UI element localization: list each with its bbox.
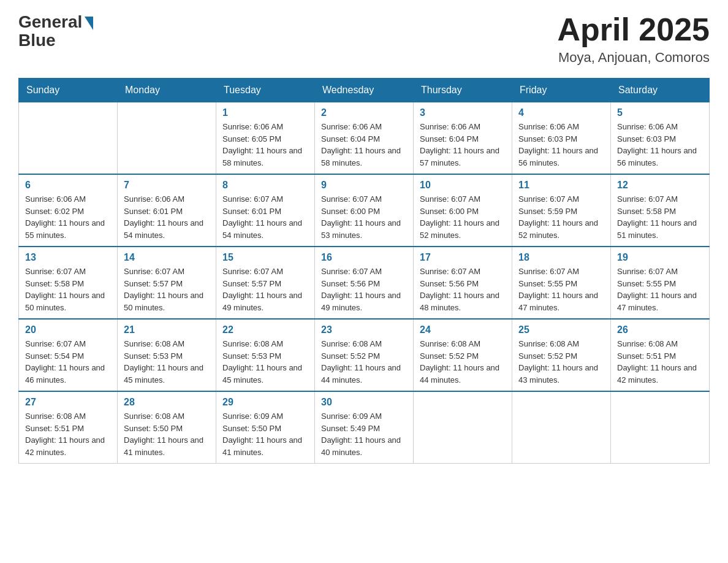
day-number: 21: [124, 324, 210, 335]
day-number: 16: [321, 252, 407, 263]
table-row: 28Sunrise: 6:08 AMSunset: 5:50 PMDayligh…: [118, 391, 216, 464]
table-row: 21Sunrise: 6:08 AMSunset: 5:53 PMDayligh…: [118, 319, 216, 391]
table-row: [611, 391, 710, 464]
table-row: 15Sunrise: 6:07 AMSunset: 5:57 PMDayligh…: [216, 247, 315, 319]
day-info: Sunrise: 6:09 AMSunset: 5:50 PMDaylight:…: [222, 410, 308, 458]
day-info: Sunrise: 6:07 AMSunset: 6:00 PMDaylight:…: [420, 193, 506, 241]
day-info: Sunrise: 6:08 AMSunset: 5:51 PMDaylight:…: [25, 410, 111, 458]
day-info: Sunrise: 6:07 AMSunset: 6:00 PMDaylight:…: [321, 193, 407, 241]
day-info: Sunrise: 6:07 AMSunset: 6:01 PMDaylight:…: [222, 193, 308, 241]
table-row: 29Sunrise: 6:09 AMSunset: 5:50 PMDayligh…: [216, 391, 315, 464]
table-row: 11Sunrise: 6:07 AMSunset: 5:59 PMDayligh…: [512, 174, 611, 247]
day-info: Sunrise: 6:08 AMSunset: 5:53 PMDaylight:…: [222, 338, 308, 386]
day-info: Sunrise: 6:06 AMSunset: 6:04 PMDaylight:…: [420, 121, 506, 169]
day-info: Sunrise: 6:07 AMSunset: 5:54 PMDaylight:…: [25, 338, 111, 386]
header-wednesday: Wednesday: [315, 79, 414, 102]
calendar-week-row: 20Sunrise: 6:07 AMSunset: 5:54 PMDayligh…: [19, 319, 710, 391]
table-row: 16Sunrise: 6:07 AMSunset: 5:56 PMDayligh…: [315, 247, 414, 319]
day-number: 15: [222, 252, 308, 263]
table-row: 14Sunrise: 6:07 AMSunset: 5:57 PMDayligh…: [118, 247, 216, 319]
header-saturday: Saturday: [611, 79, 710, 102]
day-info: Sunrise: 6:07 AMSunset: 5:57 PMDaylight:…: [124, 266, 210, 313]
day-number: 20: [25, 324, 111, 335]
table-row: [118, 102, 216, 175]
day-number: 23: [321, 324, 407, 335]
day-info: Sunrise: 6:07 AMSunset: 5:59 PMDaylight:…: [518, 193, 604, 241]
day-number: 8: [222, 180, 308, 191]
title-block: April 2025 Moya, Anjouan, Comoros: [557, 12, 710, 66]
header-friday: Friday: [512, 79, 611, 102]
day-info: Sunrise: 6:06 AMSunset: 6:04 PMDaylight:…: [321, 121, 407, 169]
table-row: 23Sunrise: 6:08 AMSunset: 5:52 PMDayligh…: [315, 319, 414, 391]
day-info: Sunrise: 6:07 AMSunset: 5:55 PMDaylight:…: [617, 266, 703, 313]
day-number: 19: [617, 252, 703, 263]
table-row: 22Sunrise: 6:08 AMSunset: 5:53 PMDayligh…: [216, 319, 315, 391]
calendar-week-row: 1Sunrise: 6:06 AMSunset: 6:05 PMDaylight…: [19, 102, 710, 175]
day-info: Sunrise: 6:08 AMSunset: 5:52 PMDaylight:…: [420, 338, 506, 386]
day-info: Sunrise: 6:07 AMSunset: 5:55 PMDaylight:…: [518, 266, 604, 313]
day-number: 10: [420, 180, 506, 191]
day-number: 11: [518, 180, 604, 191]
day-number: 27: [25, 397, 111, 408]
table-row: 17Sunrise: 6:07 AMSunset: 5:56 PMDayligh…: [414, 247, 512, 319]
calendar-table: Sunday Monday Tuesday Wednesday Thursday…: [18, 78, 710, 464]
day-info: Sunrise: 6:08 AMSunset: 5:50 PMDaylight:…: [124, 410, 210, 458]
day-info: Sunrise: 6:06 AMSunset: 6:01 PMDaylight:…: [124, 193, 210, 241]
header-sunday: Sunday: [19, 79, 118, 102]
calendar-week-row: 27Sunrise: 6:08 AMSunset: 5:51 PMDayligh…: [19, 391, 710, 464]
location-title: Moya, Anjouan, Comoros: [557, 50, 710, 66]
table-row: [19, 102, 118, 175]
table-row: 4Sunrise: 6:06 AMSunset: 6:03 PMDaylight…: [512, 102, 611, 175]
day-info: Sunrise: 6:06 AMSunset: 6:05 PMDaylight:…: [222, 121, 308, 169]
header-tuesday: Tuesday: [216, 79, 315, 102]
table-row: 18Sunrise: 6:07 AMSunset: 5:55 PMDayligh…: [512, 247, 611, 319]
table-row: 2Sunrise: 6:06 AMSunset: 6:04 PMDaylight…: [315, 102, 414, 175]
logo: General Blue: [18, 12, 93, 50]
day-info: Sunrise: 6:08 AMSunset: 5:53 PMDaylight:…: [124, 338, 210, 386]
day-info: Sunrise: 6:06 AMSunset: 6:02 PMDaylight:…: [25, 193, 111, 241]
day-info: Sunrise: 6:07 AMSunset: 5:56 PMDaylight:…: [420, 266, 506, 313]
table-row: [414, 391, 512, 464]
day-number: 13: [25, 252, 111, 263]
table-row: 26Sunrise: 6:08 AMSunset: 5:51 PMDayligh…: [611, 319, 710, 391]
day-number: 7: [124, 180, 210, 191]
day-number: 30: [321, 397, 407, 408]
day-info: Sunrise: 6:08 AMSunset: 5:52 PMDaylight:…: [518, 338, 604, 386]
table-row: 3Sunrise: 6:06 AMSunset: 6:04 PMDaylight…: [414, 102, 512, 175]
page-header: General Blue April 2025 Moya, Anjouan, C…: [18, 12, 710, 66]
table-row: 5Sunrise: 6:06 AMSunset: 6:03 PMDaylight…: [611, 102, 710, 175]
day-number: 5: [617, 107, 703, 118]
table-row: 6Sunrise: 6:06 AMSunset: 6:02 PMDaylight…: [19, 174, 118, 247]
day-info: Sunrise: 6:07 AMSunset: 5:58 PMDaylight:…: [617, 193, 703, 241]
logo-blue-label: Blue: [18, 31, 56, 50]
day-number: 24: [420, 324, 506, 335]
calendar-week-row: 13Sunrise: 6:07 AMSunset: 5:58 PMDayligh…: [19, 247, 710, 319]
day-number: 1: [222, 107, 308, 118]
table-row: 1Sunrise: 6:06 AMSunset: 6:05 PMDaylight…: [216, 102, 315, 175]
table-row: 27Sunrise: 6:08 AMSunset: 5:51 PMDayligh…: [19, 391, 118, 464]
table-row: 10Sunrise: 6:07 AMSunset: 6:00 PMDayligh…: [414, 174, 512, 247]
header-thursday: Thursday: [414, 79, 512, 102]
table-row: 13Sunrise: 6:07 AMSunset: 5:58 PMDayligh…: [19, 247, 118, 319]
weekday-header-row: Sunday Monday Tuesday Wednesday Thursday…: [19, 79, 710, 102]
day-info: Sunrise: 6:08 AMSunset: 5:52 PMDaylight:…: [321, 338, 407, 386]
day-number: 2: [321, 107, 407, 118]
table-row: 8Sunrise: 6:07 AMSunset: 6:01 PMDaylight…: [216, 174, 315, 247]
header-monday: Monday: [118, 79, 216, 102]
day-info: Sunrise: 6:07 AMSunset: 5:58 PMDaylight:…: [25, 266, 111, 313]
day-number: 28: [124, 397, 210, 408]
logo-triangle-icon: [85, 17, 93, 30]
day-info: Sunrise: 6:08 AMSunset: 5:51 PMDaylight:…: [617, 338, 703, 386]
day-number: 18: [518, 252, 604, 263]
day-number: 9: [321, 180, 407, 191]
day-number: 3: [420, 107, 506, 118]
table-row: 20Sunrise: 6:07 AMSunset: 5:54 PMDayligh…: [19, 319, 118, 391]
day-info: Sunrise: 6:09 AMSunset: 5:49 PMDaylight:…: [321, 410, 407, 458]
table-row: 12Sunrise: 6:07 AMSunset: 5:58 PMDayligh…: [611, 174, 710, 247]
day-number: 12: [617, 180, 703, 191]
table-row: 9Sunrise: 6:07 AMSunset: 6:00 PMDaylight…: [315, 174, 414, 247]
day-number: 4: [518, 107, 604, 118]
day-info: Sunrise: 6:06 AMSunset: 6:03 PMDaylight:…: [518, 121, 604, 169]
logo-general-text: General: [18, 12, 82, 32]
table-row: 24Sunrise: 6:08 AMSunset: 5:52 PMDayligh…: [414, 319, 512, 391]
